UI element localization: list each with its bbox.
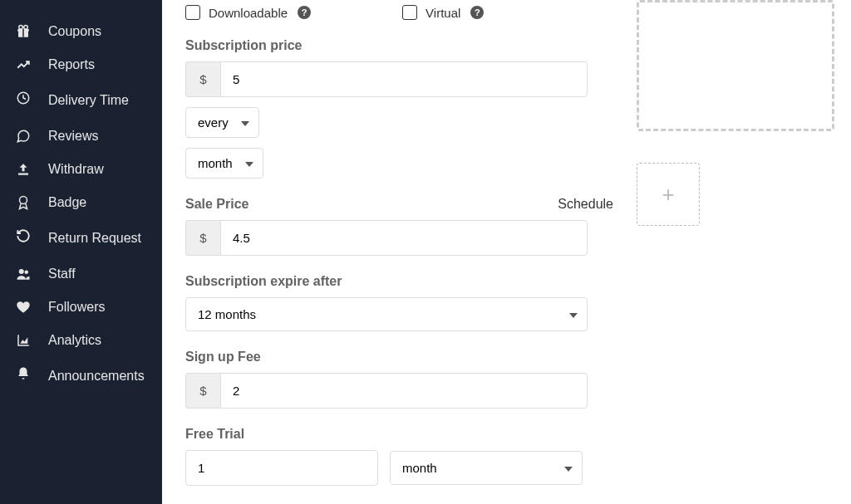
- sidebar-item-announcements[interactable]: Announcements: [0, 357, 162, 395]
- line-chart-icon: [15, 57, 32, 72]
- svg-point-7: [20, 197, 27, 204]
- clock-icon: [15, 91, 32, 105]
- add-gallery-image[interactable]: +: [637, 163, 700, 226]
- gift-icon: [15, 24, 32, 39]
- sale-price-input[interactable]: [220, 220, 588, 256]
- free-trial-label: Free Trial: [185, 427, 613, 442]
- comments-icon: [15, 129, 32, 144]
- subscription-expire-label: Subscription expire after: [185, 274, 613, 289]
- signup-fee-label: Sign up Fee: [185, 350, 613, 365]
- sidebar-item-coupons[interactable]: Coupons: [0, 15, 162, 48]
- downloadable-checkbox[interactable]: [185, 5, 200, 20]
- award-icon: [15, 195, 32, 210]
- downloadable-label: Downloadable: [209, 6, 288, 20]
- currency-prefix: $: [185, 220, 220, 256]
- schedule-link[interactable]: Schedule: [558, 197, 613, 212]
- sidebar-item-label: Return Request: [48, 228, 141, 248]
- sidebar-item-reports[interactable]: Reports: [0, 48, 162, 81]
- sale-price-label: Sale Price: [185, 197, 249, 212]
- sidebar-item-withdraw[interactable]: Withdraw: [0, 153, 162, 186]
- currency-prefix: $: [185, 373, 220, 409]
- sidebar-item-label: Delivery Time: [48, 91, 129, 110]
- signup-fee-input[interactable]: [220, 373, 588, 409]
- virtual-label: Virtual: [426, 6, 460, 20]
- sidebar-item-analytics[interactable]: Analytics: [0, 324, 162, 357]
- subscription-price-input[interactable]: [220, 61, 588, 97]
- sidebar: Coupons Reports Delivery Time Reviews Wi…: [0, 0, 162, 504]
- plus-icon: +: [662, 182, 674, 208]
- svg-rect-6: [18, 174, 28, 175]
- svg-point-8: [19, 269, 24, 274]
- subscription-price-label: Subscription price: [185, 38, 613, 53]
- sidebar-item-label: Announcements: [48, 366, 145, 386]
- free-trial-input[interactable]: [185, 450, 378, 486]
- subscription-interval-select[interactable]: every: [185, 107, 259, 138]
- sidebar-item-followers[interactable]: Followers: [0, 291, 162, 324]
- help-icon[interactable]: ?: [298, 6, 311, 19]
- sidebar-item-staff[interactable]: Staff: [0, 257, 162, 291]
- svg-point-3: [19, 26, 23, 30]
- sidebar-item-return-request[interactable]: Return Request: [0, 219, 162, 257]
- undo-icon: [15, 228, 32, 243]
- sidebar-item-label: Analytics: [48, 333, 101, 348]
- main-image-dropzone[interactable]: [637, 0, 834, 131]
- sidebar-item-label: Staff: [48, 267, 76, 281]
- subscription-expire-select[interactable]: 12 months: [185, 297, 588, 331]
- upload-icon: [15, 162, 32, 177]
- sidebar-item-label: Followers: [48, 300, 105, 315]
- free-trial-period-select[interactable]: month: [390, 451, 583, 485]
- sidebar-item-reviews[interactable]: Reviews: [0, 120, 162, 153]
- sidebar-item-label: Withdraw: [48, 162, 104, 177]
- media-column: +: [637, 0, 851, 504]
- sidebar-item-label: Reports: [48, 57, 95, 72]
- downloadable-check-group: Downloadable ?: [185, 5, 311, 20]
- sidebar-item-delivery-time[interactable]: Delivery Time: [0, 81, 162, 120]
- users-icon: [15, 267, 32, 281]
- svg-point-9: [25, 271, 29, 275]
- svg-point-4: [24, 26, 28, 30]
- sidebar-item-label: Badge: [48, 195, 86, 210]
- currency-prefix: $: [185, 61, 220, 97]
- form-main: Downloadable ? Virtual ? Subscription pr…: [162, 0, 637, 504]
- sidebar-item-badge[interactable]: Badge: [0, 186, 162, 219]
- virtual-checkbox[interactable]: [402, 5, 417, 20]
- heart-icon: [15, 300, 32, 315]
- area-chart-icon: [15, 333, 32, 348]
- sidebar-item-label: Reviews: [48, 129, 98, 144]
- help-icon[interactable]: ?: [470, 6, 484, 19]
- subscription-period-select[interactable]: month: [185, 148, 263, 179]
- virtual-check-group: Virtual ?: [402, 5, 484, 20]
- sidebar-item-label: Coupons: [48, 24, 101, 39]
- svg-rect-2: [22, 28, 24, 37]
- bell-icon: [15, 366, 32, 381]
